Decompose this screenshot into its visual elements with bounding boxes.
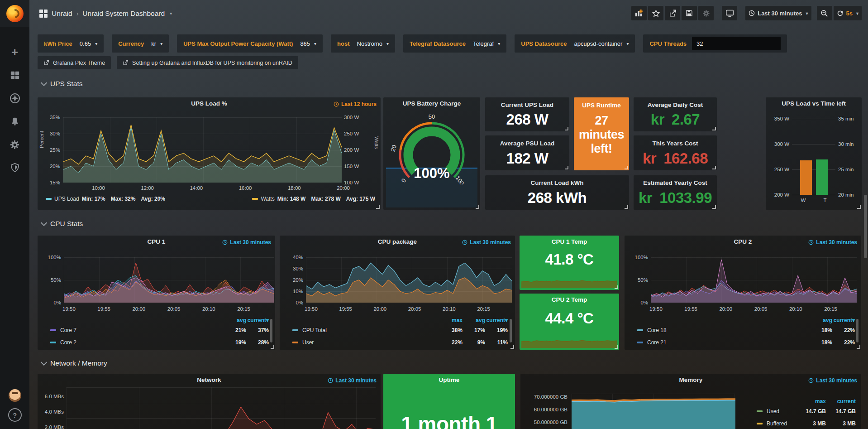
legend-ups-load[interactable]: UPS Load Min: 17%Max: 32%Avg: 20% bbox=[46, 196, 165, 202]
legend-header-current[interactable]: current bbox=[826, 398, 856, 405]
panel-title[interactable]: CPU 1 Temp bbox=[520, 238, 619, 245]
panel-title[interactable]: Current UPS Load bbox=[485, 101, 569, 108]
server-admin-shield-icon[interactable] bbox=[10, 162, 20, 173]
cpu-package-chart[interactable] bbox=[306, 257, 512, 303]
panel-title[interactable]: UPS Load vs Time left bbox=[766, 100, 862, 107]
panel-title[interactable]: This Years Cost bbox=[634, 140, 717, 147]
save-dashboard-button[interactable] bbox=[682, 6, 697, 20]
stat-value: 41.8 °C bbox=[520, 251, 619, 268]
legend-scrollbar[interactable] bbox=[856, 319, 858, 342]
legend-series-name[interactable]: User bbox=[292, 339, 440, 346]
legend-series-name[interactable]: Watts bbox=[261, 196, 274, 202]
legend-series-name[interactable]: Core 7 bbox=[50, 327, 224, 333]
time-override-label[interactable]: Last 30 minutes bbox=[222, 239, 271, 246]
memory-chart[interactable] bbox=[572, 394, 735, 429]
legend-series-name[interactable]: Used bbox=[757, 408, 798, 415]
section-cpu-stats[interactable]: CPU Stats bbox=[42, 220, 83, 228]
panel-title[interactable]: Average Daily Cost bbox=[634, 101, 717, 108]
breadcrumb-current[interactable]: Unraid System Dashboard bbox=[82, 10, 165, 18]
legend-scrollbar[interactable] bbox=[270, 319, 272, 342]
time-override-label[interactable]: Last 30 minutes bbox=[808, 239, 857, 246]
stat-value: 268 kWh bbox=[485, 189, 629, 207]
grafana-logo[interactable] bbox=[0, 0, 29, 27]
create-icon[interactable]: + bbox=[10, 47, 20, 58]
variable-value-dropdown[interactable]: Telegraf▾ bbox=[473, 40, 500, 47]
legend-header-avg[interactable]: avg bbox=[224, 317, 246, 323]
network-chart[interactable] bbox=[67, 387, 376, 429]
legend-series-name[interactable]: Core 21 bbox=[637, 339, 810, 346]
ups-load-chart[interactable] bbox=[63, 117, 342, 183]
variable-value-dropdown[interactable]: kr▾ bbox=[151, 40, 162, 47]
cpu-threads-input[interactable] bbox=[692, 37, 781, 50]
legend-swatch bbox=[50, 342, 56, 343]
cpu1-chart[interactable] bbox=[64, 257, 274, 303]
y-tick: 70.000000 GB bbox=[524, 394, 568, 400]
link-ups-monitoring-guide[interactable]: Setting up Grafana and InfluxDB for UPS … bbox=[117, 56, 298, 69]
alerting-bell-icon[interactable] bbox=[10, 116, 20, 127]
panel-title[interactable]: Uptime bbox=[383, 376, 515, 383]
dashboard-settings-button[interactable] bbox=[698, 6, 714, 20]
breadcrumb-caret-icon[interactable]: ▾ bbox=[170, 11, 172, 16]
legend-scrollbar[interactable] bbox=[510, 319, 512, 342]
legend-header-current[interactable]: current▾ bbox=[246, 317, 269, 323]
panel-title[interactable]: UPS Load % bbox=[38, 100, 381, 107]
section-ups-stats[interactable]: UPS Stats bbox=[42, 80, 83, 88]
time-override-label[interactable]: Last 12 hours bbox=[334, 101, 377, 107]
legend-header-avg[interactable]: avg bbox=[810, 317, 832, 323]
page-scrollbar[interactable] bbox=[864, 0, 867, 429]
share-dashboard-button[interactable] bbox=[665, 6, 680, 20]
legend-swatch bbox=[292, 342, 298, 343]
variable-value-dropdown[interactable]: apcupsd-container▾ bbox=[574, 40, 629, 47]
link-grafana-plex-theme[interactable]: Grafana Plex Theme bbox=[38, 56, 111, 69]
legend-header-avg[interactable]: avg bbox=[463, 317, 485, 323]
time-range-picker[interactable]: Last 30 minutes ▾ bbox=[745, 6, 811, 20]
dropdown-caret-icon: ▾ bbox=[314, 41, 316, 46]
legend-header-max[interactable]: max bbox=[440, 317, 463, 323]
panel-title[interactable]: Current Load kWh bbox=[485, 179, 629, 186]
legend-series-name[interactable]: Buffered bbox=[757, 420, 798, 427]
user-avatar[interactable] bbox=[9, 389, 21, 402]
time-override-label[interactable]: Last 30 minutes bbox=[462, 239, 511, 246]
section-network-memory[interactable]: Network / Memory bbox=[42, 359, 107, 367]
variable-value-dropdown[interactable]: Nostromo▾ bbox=[357, 40, 389, 47]
scrollbar-thumb[interactable] bbox=[864, 195, 867, 258]
legend-series-name[interactable]: CPU Total bbox=[292, 327, 440, 333]
legend-series-name[interactable]: Core 2 bbox=[50, 339, 224, 346]
star-dashboard-button[interactable] bbox=[648, 6, 663, 20]
cpu2-chart[interactable] bbox=[651, 257, 857, 303]
time-override-label[interactable]: Last 30 minutes bbox=[328, 377, 377, 384]
legend-avg: 21% bbox=[224, 327, 246, 333]
add-panel-button[interactable] bbox=[631, 6, 647, 20]
panel-title[interactable]: UPS Battery Charge bbox=[383, 100, 480, 107]
configuration-gear-icon[interactable] bbox=[10, 139, 20, 150]
variable-label: Telegraf Datasource bbox=[410, 40, 466, 47]
panel-title[interactable]: CPU 2 Temp bbox=[520, 296, 619, 303]
legend-header-max[interactable]: max bbox=[798, 398, 826, 405]
variable-value-dropdown[interactable]: 0.65▾ bbox=[80, 40, 97, 47]
help-icon[interactable]: ? bbox=[8, 408, 22, 422]
tv-kiosk-mode-button[interactable] bbox=[722, 6, 737, 20]
variable-value-dropdown[interactable]: 865▾ bbox=[300, 40, 316, 47]
y-axis-left: 35%30%25%20%15% bbox=[44, 114, 60, 186]
ups-bar-chart[interactable] bbox=[792, 119, 835, 195]
dashboard-grid-icon[interactable] bbox=[39, 10, 48, 18]
legend-series-name[interactable]: Core 18 bbox=[637, 327, 810, 333]
refresh-picker[interactable]: 5s ▾ bbox=[834, 6, 862, 20]
time-override-label[interactable]: Last 30 minutes bbox=[808, 377, 857, 384]
zoom-out-time-button[interactable] bbox=[817, 6, 832, 20]
panel-cpu-1-temp: CPU 1 Temp 41.8 °C bbox=[520, 236, 619, 290]
panel-title[interactable]: Estimated Yearly Cost bbox=[634, 179, 717, 186]
explore-compass-icon[interactable] bbox=[10, 93, 20, 104]
legend-header-current[interactable]: current▾ bbox=[832, 317, 855, 323]
legend-watts[interactable]: Watts Min: 148 WMax: 278 WAvg: 175 W bbox=[252, 196, 375, 202]
panel-title[interactable]: UPS Runtime bbox=[574, 102, 629, 109]
y-tick: 15% bbox=[44, 179, 60, 186]
gauge-tick-50: 50 bbox=[429, 113, 435, 120]
legend-table: avgcurrent▾ Core 18 18% 22% Core 21 18% … bbox=[637, 316, 855, 348]
breadcrumb-root[interactable]: Unraid bbox=[52, 10, 72, 18]
legend-series-name[interactable]: UPS Load bbox=[54, 196, 79, 202]
legend-header-current[interactable]: current▾ bbox=[485, 317, 508, 323]
dashboards-icon[interactable] bbox=[10, 70, 20, 81]
legend-avg: 18% bbox=[810, 327, 832, 333]
panel-title[interactable]: Average PSU Load bbox=[485, 140, 569, 147]
